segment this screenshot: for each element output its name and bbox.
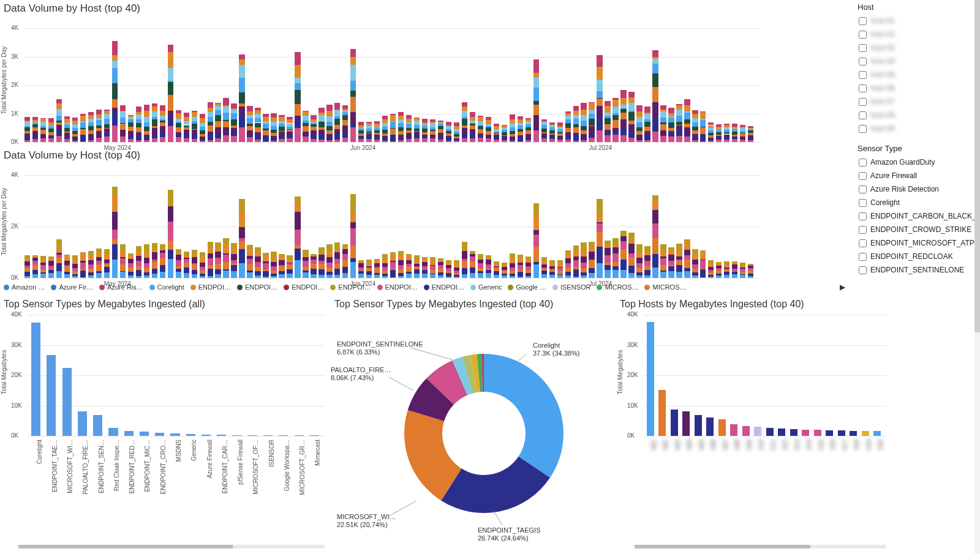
stacked-bar[interactable] xyxy=(24,117,30,142)
stacked-bar[interactable] xyxy=(478,254,483,278)
stacked-bar[interactable] xyxy=(494,124,499,142)
stacked-bar[interactable] xyxy=(557,260,563,278)
filter-host-item[interactable]: host-07 xyxy=(858,95,980,108)
stacked-bar[interactable] xyxy=(223,98,228,142)
stacked-bar[interactable] xyxy=(215,103,221,142)
filter-host-item[interactable]: host-01 xyxy=(858,14,980,28)
stacked-bar[interactable] xyxy=(366,260,372,278)
checkbox[interactable] xyxy=(859,71,867,79)
bar[interactable] xyxy=(279,435,288,436)
checkbox[interactable] xyxy=(859,44,867,52)
stacked-bar[interactable] xyxy=(740,125,745,142)
stacked-bar[interactable] xyxy=(144,105,149,142)
stacked-bar[interactable] xyxy=(311,254,316,278)
stacked-bar[interactable] xyxy=(406,254,412,278)
stacked-bar[interactable] xyxy=(605,101,610,142)
bar[interactable] xyxy=(754,427,761,436)
stacked-bar[interactable] xyxy=(112,187,118,278)
stacked-bar[interactable] xyxy=(533,59,539,142)
chart-h-scrollbar[interactable] xyxy=(635,545,886,548)
bar[interactable] xyxy=(93,415,102,436)
stacked-bar[interactable] xyxy=(358,260,364,278)
bar[interactable] xyxy=(217,435,226,436)
bar[interactable] xyxy=(682,411,690,436)
bar[interactable] xyxy=(671,410,678,436)
stacked-bar[interactable] xyxy=(176,110,181,142)
filter-sensor-item[interactable]: ENDPOINT_CROWD_STRIKE xyxy=(858,223,980,236)
stacked-bar[interactable] xyxy=(311,115,316,142)
stacked-bar[interactable] xyxy=(192,250,197,278)
stacked-bar[interactable] xyxy=(660,105,666,142)
filter-sensor-item[interactable]: ENDPOINT_REDCLOAK xyxy=(858,250,980,263)
stacked-bar[interactable] xyxy=(541,119,547,142)
stacked-bar[interactable] xyxy=(390,114,396,142)
stacked-bar[interactable] xyxy=(716,124,722,142)
stacked-bar[interactable] xyxy=(549,122,555,142)
stacked-bar[interactable] xyxy=(88,112,94,142)
checkbox[interactable] xyxy=(859,17,867,25)
stacked-bar[interactable] xyxy=(239,54,244,142)
bar[interactable] xyxy=(814,430,821,436)
stacked-bar[interactable] xyxy=(160,244,165,278)
stacked-bar[interactable] xyxy=(271,113,276,142)
stacked-bar[interactable] xyxy=(176,249,181,278)
stacked-bar[interactable] xyxy=(168,190,173,278)
stacked-bar[interactable] xyxy=(422,119,428,142)
bar[interactable] xyxy=(706,417,714,436)
stacked-bar[interactable] xyxy=(271,252,276,278)
stacked-bar[interactable] xyxy=(652,50,658,142)
bar[interactable] xyxy=(826,430,833,436)
stacked-bar[interactable] xyxy=(700,250,706,278)
bar[interactable] xyxy=(802,430,809,436)
checkbox[interactable] xyxy=(859,172,867,180)
stacked-bar[interactable] xyxy=(565,250,571,278)
bar[interactable] xyxy=(31,323,40,436)
filter-host-list[interactable]: host-01host-02host-03host-04host-05host-… xyxy=(858,14,980,135)
bar[interactable] xyxy=(790,429,797,436)
stacked-bar[interactable] xyxy=(446,122,451,142)
stacked-bar[interactable] xyxy=(295,197,300,278)
stacked-bar[interactable] xyxy=(128,253,134,278)
stacked-bar[interactable] xyxy=(565,111,571,142)
stacked-bar[interactable] xyxy=(231,243,236,278)
stacked-bar[interactable] xyxy=(549,260,555,278)
bar[interactable] xyxy=(108,428,118,436)
stacked-bar[interactable] xyxy=(438,121,443,142)
page-scrollbar[interactable] xyxy=(974,0,980,554)
bar[interactable] xyxy=(730,424,737,436)
stacked-bar[interactable] xyxy=(200,114,205,143)
bar[interactable] xyxy=(862,431,869,436)
stacked-bar[interactable] xyxy=(644,246,650,279)
bar[interactable] xyxy=(62,368,72,436)
bar[interactable] xyxy=(263,435,273,436)
stacked-bar[interactable] xyxy=(406,115,412,142)
checkbox[interactable] xyxy=(859,159,867,167)
stacked-bar[interactable] xyxy=(64,255,70,278)
stacked-bar[interactable] xyxy=(152,243,157,278)
stacked-bar[interactable] xyxy=(732,261,737,278)
stacked-bar[interactable] xyxy=(454,122,459,142)
stacked-bar[interactable] xyxy=(668,247,674,278)
stacked-bar[interactable] xyxy=(589,102,594,142)
stacked-bar[interactable] xyxy=(96,110,102,142)
stacked-bar[interactable] xyxy=(748,126,753,142)
stacked-bar[interactable] xyxy=(573,245,579,278)
stacked-bar[interactable] xyxy=(247,105,252,142)
stacked-bar[interactable] xyxy=(208,102,213,142)
stacked-bar[interactable] xyxy=(287,255,292,278)
bar[interactable] xyxy=(124,431,134,436)
stacked-bar[interactable] xyxy=(541,257,547,278)
stacked-bar[interactable] xyxy=(438,258,443,278)
legend-item[interactable]: Amazon … xyxy=(4,283,45,291)
stacked-bar[interactable] xyxy=(526,256,531,278)
stacked-bar[interactable] xyxy=(136,246,141,279)
stacked-bar[interactable] xyxy=(470,251,475,278)
stacked-bar[interactable] xyxy=(589,242,594,278)
stacked-bar[interactable] xyxy=(724,261,729,278)
bar[interactable] xyxy=(295,435,304,436)
stacked-bar[interactable] xyxy=(318,247,324,278)
stacked-bar[interactable] xyxy=(56,239,62,278)
stacked-bar[interactable] xyxy=(620,231,626,278)
legend-scroll-right[interactable]: ▶ xyxy=(840,283,845,291)
stacked-bar[interactable] xyxy=(287,117,292,142)
